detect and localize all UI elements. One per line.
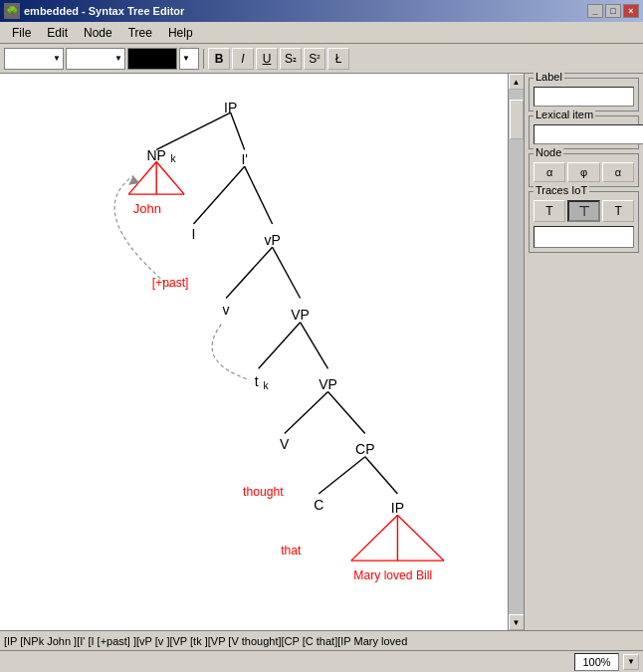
label-group: Label: [529, 78, 639, 112]
svg-text:VP: VP: [319, 376, 337, 392]
zoom-dropdown-button[interactable]: ▼: [623, 654, 639, 670]
dropdown-arrow-icon: ▼: [53, 54, 61, 63]
trace-T2-button[interactable]: T: [602, 200, 634, 222]
menu-tree[interactable]: Tree: [120, 24, 160, 42]
trace-t-button[interactable]: T: [534, 200, 565, 222]
lexical-group-title: Lexical item: [534, 109, 595, 120]
right-panel: Label Lexical item Λ Node α φ α Traces I…: [524, 74, 643, 630]
label-group-title: Label: [534, 71, 564, 83]
scroll-thumb[interactable]: [510, 100, 524, 139]
node-group: Node α φ α: [529, 153, 639, 187]
svg-text:t: t: [255, 373, 259, 389]
svg-text:CP: CP: [355, 441, 374, 457]
svg-line-12: [285, 392, 328, 434]
menubar: File Edit Node Tree Help: [0, 22, 643, 44]
svg-line-14: [319, 457, 365, 494]
bottombar: 100% ▼: [0, 650, 643, 672]
svg-text:Mary loved Bill: Mary loved Bill: [353, 568, 432, 582]
titlebar-title: embedded - Syntax Tree Editor: [24, 5, 184, 17]
node-alpha2-button[interactable]: α: [602, 162, 634, 182]
svg-text:that: that: [281, 544, 302, 558]
traces-text-input[interactable]: [534, 226, 634, 248]
scroll-down-button[interactable]: ▼: [509, 614, 525, 630]
menu-help[interactable]: Help: [160, 24, 201, 42]
svg-line-13: [328, 392, 365, 434]
window-controls[interactable]: _ □ ×: [587, 4, 639, 18]
svg-line-9: [273, 247, 301, 298]
dropdown-arrow-icon: ▼: [114, 54, 122, 63]
svg-line-15: [365, 457, 398, 494]
svg-text:IP: IP: [224, 100, 237, 115]
node-phi-button[interactable]: φ: [567, 162, 599, 182]
font-family-dropdown[interactable]: ▼: [4, 48, 64, 70]
svg-text:V: V: [280, 436, 290, 452]
svg-line-10: [259, 323, 301, 369]
svg-line-6: [193, 166, 244, 224]
color-dropdown[interactable]: ▼: [179, 48, 199, 70]
traces-group-title: Traces IoT: [534, 184, 589, 196]
maximize-button[interactable]: □: [605, 4, 621, 18]
italic-button[interactable]: I: [232, 48, 254, 70]
syntax-tree-svg: IP NP k I' John I vP [+past] v VP t k VP…: [0, 74, 508, 630]
menu-file[interactable]: File: [4, 24, 39, 42]
svg-text:I': I': [241, 151, 248, 167]
canvas-area[interactable]: IP NP k I' John I vP [+past] v VP t k VP…: [0, 74, 508, 630]
titlebar: 🌳 embedded - Syntax Tree Editor _ □ ×: [0, 0, 643, 22]
main-area: IP NP k I' John I vP [+past] v VP t k VP…: [0, 74, 643, 630]
svg-text:k: k: [264, 380, 270, 391]
zoom-display: 100%: [574, 653, 619, 671]
traces-group: Traces IoT T ⊤ T: [529, 191, 639, 253]
node-alpha-button[interactable]: α: [534, 162, 565, 182]
bold-button[interactable]: B: [208, 48, 230, 70]
minimize-button[interactable]: _: [587, 4, 603, 18]
underline-button[interactable]: U: [256, 48, 278, 70]
svg-line-5: [156, 162, 184, 195]
statusbar: [IP [NPk John ][I' [I [+past] ][vP [v ][…: [0, 630, 643, 650]
lexical-input-row: Λ: [534, 124, 634, 144]
svg-text:[+past]: [+past]: [152, 276, 189, 290]
node-group-title: Node: [534, 146, 563, 158]
node-buttons: α φ α: [534, 162, 634, 182]
vertical-scrollbar[interactable]: ▲ ▼: [508, 74, 524, 630]
color-arrow-icon: ▼: [182, 54, 190, 63]
subscript-button[interactable]: S₂: [280, 48, 302, 70]
statusbar-text: [IP [NPk John ][I' [I [+past] ][vP [v ][…: [4, 635, 639, 647]
svg-line-11: [301, 323, 328, 369]
traces-buttons: T ⊤ T: [534, 200, 634, 222]
app-icon: 🌳: [4, 3, 20, 19]
svg-text:IP: IP: [391, 500, 404, 516]
scroll-up-button[interactable]: ▲: [509, 74, 525, 90]
color-picker[interactable]: [127, 48, 177, 70]
svg-text:C: C: [314, 497, 323, 513]
lexical-input[interactable]: [534, 124, 643, 144]
svg-line-7: [245, 166, 273, 224]
svg-text:vP: vP: [264, 232, 280, 248]
svg-line-0: [156, 112, 231, 149]
svg-line-8: [226, 247, 273, 298]
font-size-dropdown[interactable]: ▼: [66, 48, 125, 70]
special-button[interactable]: Ł: [327, 48, 349, 70]
lexical-group: Lexical item Λ: [529, 115, 639, 149]
svg-line-19: [397, 515, 444, 560]
svg-text:I: I: [191, 226, 195, 242]
svg-line-16: [351, 515, 398, 560]
svg-text:NP: NP: [146, 147, 165, 163]
menu-edit[interactable]: Edit: [39, 24, 76, 42]
svg-text:VP: VP: [291, 307, 310, 323]
svg-text:John: John: [133, 201, 161, 216]
scroll-track: [509, 90, 524, 614]
label-input[interactable]: [534, 87, 634, 107]
separator: [203, 49, 204, 69]
menu-node[interactable]: Node: [76, 24, 120, 42]
svg-text:v: v: [223, 302, 230, 318]
superscript-button[interactable]: S²: [304, 48, 325, 70]
toolbar: ▼ ▼ ▼ B I U S₂ S² Ł: [0, 44, 643, 74]
trace-top-button[interactable]: ⊤: [567, 200, 601, 222]
svg-line-1: [231, 112, 245, 149]
svg-text:thought: thought: [243, 485, 284, 499]
close-button[interactable]: ×: [623, 4, 639, 18]
svg-text:k: k: [170, 153, 176, 164]
